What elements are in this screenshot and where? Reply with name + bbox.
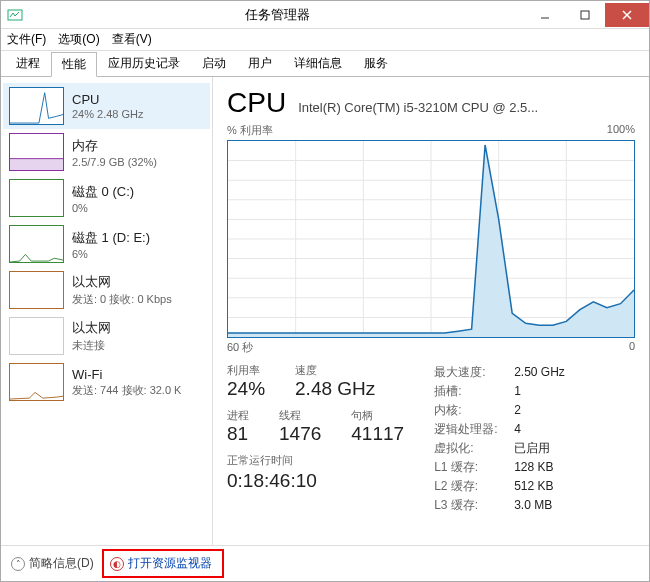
menubar: 文件(F) 选项(O) 查看(V) — [1, 29, 649, 51]
app-icon — [7, 7, 23, 23]
tab-services[interactable]: 服务 — [353, 51, 399, 76]
footer: ˄ 简略信息(D) ◐ 打开资源监视器 — [1, 545, 649, 581]
detail-row: 虚拟化:已启用 — [434, 439, 565, 458]
detail-row: L2 缓存:512 KB — [434, 477, 565, 496]
sidebar-item-disk1[interactable]: 磁盘 1 (D: E:)6% — [3, 221, 210, 267]
tab-users[interactable]: 用户 — [237, 51, 283, 76]
side-e0-title: 以太网 — [72, 273, 204, 291]
util-value: 24% — [227, 378, 265, 400]
main-title: CPU — [227, 87, 286, 119]
sidebar-item-memory[interactable]: 内存2.5/7.9 GB (32%) — [3, 129, 210, 175]
side-d1-sub: 6% — [72, 248, 204, 260]
perf-sidebar: CPU24% 2.48 GHz 内存2.5/7.9 GB (32%) 磁盘 0 … — [1, 77, 213, 545]
menu-file[interactable]: 文件(F) — [7, 31, 46, 48]
side-d0-title: 磁盘 0 (C:) — [72, 183, 204, 201]
proc-label: 进程 — [227, 408, 249, 423]
resource-monitor-link[interactable]: ◐ 打开资源监视器 — [110, 555, 212, 572]
xlabel-left: 60 秒 — [227, 340, 253, 355]
xlabel-right: 0 — [629, 340, 635, 355]
window-title: 任务管理器 — [29, 6, 525, 24]
sidebar-item-cpu[interactable]: CPU24% 2.48 GHz — [3, 83, 210, 129]
menu-options[interactable]: 选项(O) — [58, 31, 99, 48]
detail-row: L1 缓存:128 KB — [434, 458, 565, 477]
detail-row: 最大速度:2.50 GHz — [434, 363, 565, 382]
uptime-value: 0:18:46:10 — [227, 470, 404, 492]
perf-main: CPU Intel(R) Core(TM) i5-3210M CPU @ 2.5… — [213, 77, 649, 545]
uptime-label: 正常运行时间 — [227, 453, 404, 468]
tab-startup[interactable]: 启动 — [191, 51, 237, 76]
side-wifi-title: Wi-Fi — [72, 367, 204, 382]
sidebar-item-wifi[interactable]: Wi-Fi发送: 744 接收: 32.0 K — [3, 359, 210, 405]
thr-label: 线程 — [279, 408, 321, 423]
hnd-value: 41117 — [351, 423, 404, 445]
cpu-chart[interactable] — [227, 140, 635, 338]
detail-row: 逻辑处理器:4 — [434, 420, 565, 439]
svg-rect-5 — [10, 159, 63, 170]
side-mem-sub: 2.5/7.9 GB (32%) — [72, 156, 204, 168]
side-mem-title: 内存 — [72, 137, 204, 155]
chevron-up-icon: ˄ — [11, 557, 25, 571]
cpu-model: Intel(R) Core(TM) i5-3210M CPU @ 2.5... — [298, 100, 635, 115]
fewer-details-link[interactable]: ˄ 简略信息(D) — [11, 555, 94, 572]
svg-rect-2 — [581, 11, 589, 19]
tab-app-history[interactable]: 应用历史记录 — [97, 51, 191, 76]
side-d1-title: 磁盘 1 (D: E:) — [72, 229, 204, 247]
side-e1-sub: 未连接 — [72, 338, 204, 353]
sidebar-item-disk0[interactable]: 磁盘 0 (C:)0% — [3, 175, 210, 221]
tab-performance[interactable]: 性能 — [51, 52, 97, 77]
speed-label: 速度 — [295, 363, 375, 378]
hnd-label: 句柄 — [351, 408, 404, 423]
close-button[interactable] — [605, 3, 649, 27]
menu-view[interactable]: 查看(V) — [112, 31, 152, 48]
detail-row: L3 缓存:3.0 MB — [434, 496, 565, 515]
side-e0-sub: 发送: 0 接收: 0 Kbps — [72, 292, 204, 307]
proc-value: 81 — [227, 423, 249, 445]
side-e1-title: 以太网 — [72, 319, 204, 337]
ymax: 100% — [607, 123, 635, 138]
cpu-details: 最大速度:2.50 GHz插槽:1内核:2逻辑处理器:4虚拟化:已启用L1 缓存… — [434, 363, 565, 515]
sidebar-item-eth0[interactable]: 以太网发送: 0 接收: 0 Kbps — [3, 267, 210, 313]
monitor-icon: ◐ — [110, 557, 124, 571]
side-cpu-title: CPU — [72, 92, 204, 107]
svg-rect-0 — [8, 10, 22, 20]
util-label: 利用率 — [227, 363, 265, 378]
side-d0-sub: 0% — [72, 202, 204, 214]
tab-details[interactable]: 详细信息 — [283, 51, 353, 76]
detail-row: 内核:2 — [434, 401, 565, 420]
titlebar: 任务管理器 — [1, 1, 649, 29]
tab-bar: 进程 性能 应用历史记录 启动 用户 详细信息 服务 — [1, 51, 649, 77]
detail-row: 插槽:1 — [434, 382, 565, 401]
speed-value: 2.48 GHz — [295, 378, 375, 400]
thr-value: 1476 — [279, 423, 321, 445]
maximize-button[interactable] — [565, 3, 605, 27]
minimize-button[interactable] — [525, 3, 565, 27]
side-wifi-sub: 发送: 744 接收: 32.0 K — [72, 383, 204, 398]
tab-processes[interactable]: 进程 — [5, 51, 51, 76]
sidebar-item-eth1[interactable]: 以太网未连接 — [3, 313, 210, 359]
ylabel: % 利用率 — [227, 123, 273, 138]
side-cpu-sub: 24% 2.48 GHz — [72, 108, 204, 120]
